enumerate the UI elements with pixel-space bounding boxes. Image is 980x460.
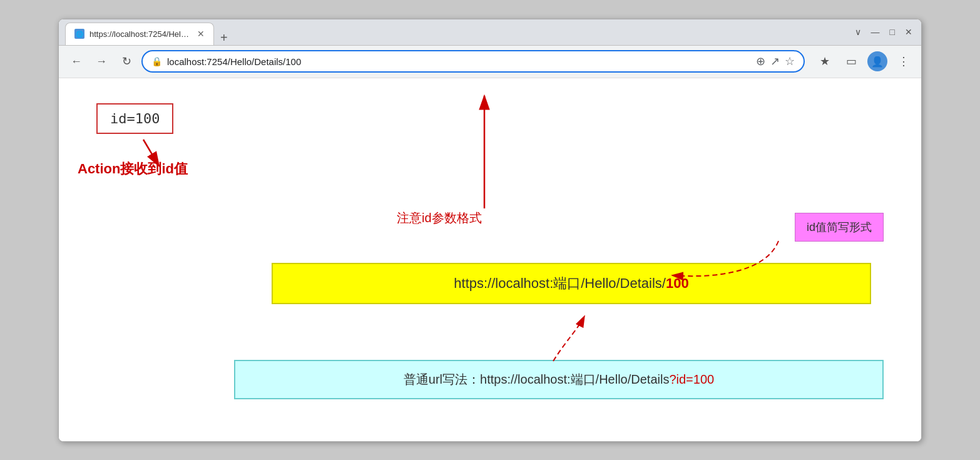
forward-button[interactable]: → bbox=[91, 51, 111, 71]
extensions-icon[interactable]: ★ bbox=[815, 51, 835, 71]
chevron-down-icon: ∨ bbox=[855, 27, 861, 37]
zoom-icon[interactable]: ⊕ bbox=[756, 54, 765, 68]
tab-close-button[interactable]: ✕ bbox=[197, 29, 205, 39]
bookmark-icon[interactable]: ☆ bbox=[785, 54, 795, 68]
avatar-icon[interactable]: 👤 bbox=[867, 51, 887, 71]
browser-window: 🌐 https://localhost:7254/Hello/D ✕ + ∨ —… bbox=[58, 19, 922, 442]
restore-button[interactable]: □ bbox=[890, 27, 895, 37]
address-icons: ⊕ ↗ ☆ bbox=[756, 54, 795, 68]
yellow-url-box: https://localhost:端口/Hello/Details/100 bbox=[272, 263, 871, 304]
reload-icon: ↻ bbox=[122, 54, 131, 68]
close-button[interactable]: ✕ bbox=[905, 27, 912, 37]
title-bar: 🌐 https://localhost:7254/Hello/D ✕ + ∨ —… bbox=[59, 19, 921, 46]
cyan-url-suffix: ?id=100 bbox=[669, 372, 714, 386]
cyan-url-box: 普通url写法：https://localhost:端口/Hello/Detai… bbox=[234, 360, 884, 399]
favicon-icon: 🌐 bbox=[76, 31, 83, 38]
tab-area: 🌐 https://localhost:7254/Hello/D ✕ + bbox=[59, 19, 846, 45]
forward-icon: → bbox=[96, 55, 107, 68]
back-button[interactable]: ← bbox=[66, 51, 86, 71]
tab-favicon: 🌐 bbox=[74, 29, 84, 39]
back-icon: ← bbox=[71, 55, 82, 68]
lock-icon: 🔒 bbox=[151, 56, 162, 66]
address-bar-row: ← → ↻ 🔒 ⊕ ↗ ☆ ★ ▭ 👤 ⋮ bbox=[59, 46, 921, 78]
id-box: id=100 bbox=[96, 103, 173, 134]
toolbar-icons: ★ ▭ 👤 ⋮ bbox=[815, 51, 914, 71]
minimize-button[interactable]: — bbox=[871, 27, 880, 37]
sidebar-icon[interactable]: ▭ bbox=[841, 51, 861, 71]
menu-icon[interactable]: ⋮ bbox=[894, 51, 914, 71]
note-id-format: 注意id参数格式 bbox=[397, 210, 482, 227]
active-tab[interactable]: 🌐 https://localhost:7254/Hello/D ✕ bbox=[65, 23, 214, 45]
new-tab-button[interactable]: + bbox=[214, 31, 234, 45]
window-controls: ∨ — □ ✕ bbox=[846, 19, 921, 45]
id-box-text: id=100 bbox=[110, 111, 160, 126]
yellow-url-id: 100 bbox=[666, 275, 689, 291]
reload-button[interactable]: ↻ bbox=[116, 51, 136, 71]
tab-title: https://localhost:7254/Hello/D bbox=[89, 29, 190, 39]
id-shortform-box: id值简写形式 bbox=[795, 213, 884, 242]
url-input[interactable] bbox=[167, 56, 751, 67]
share-icon[interactable]: ↗ bbox=[770, 54, 780, 68]
address-bar[interactable]: 🔒 ⊕ ↗ ☆ bbox=[141, 50, 805, 73]
page-content: id=100 Action接收到id值 注意id参数格式 id值简写形式 htt… bbox=[59, 78, 921, 441]
action-label: Action接收到id值 bbox=[78, 160, 188, 178]
